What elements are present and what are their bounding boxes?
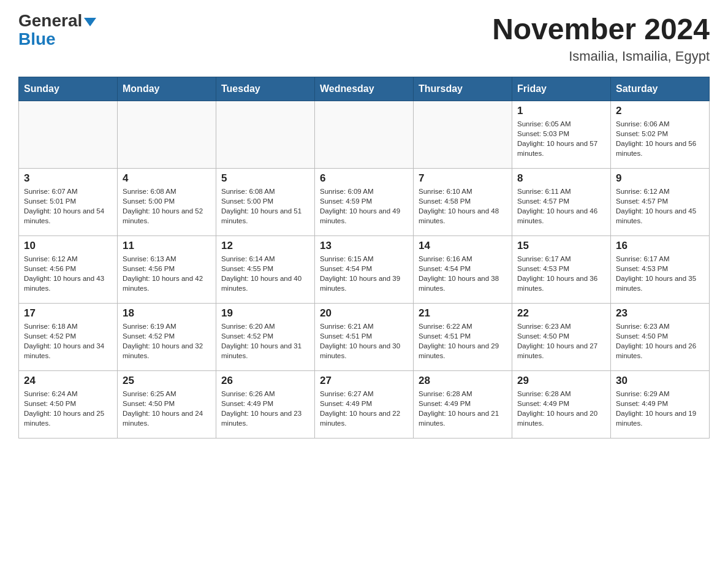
calendar-cell: [118, 101, 216, 169]
calendar-cell: 26Sunrise: 6:26 AMSunset: 4:49 PMDayligh…: [216, 371, 315, 439]
calendar-cell: 2Sunrise: 6:06 AMSunset: 5:02 PMDaylight…: [611, 101, 710, 169]
calendar-cell: 19Sunrise: 6:20 AMSunset: 4:52 PMDayligh…: [216, 304, 315, 371]
day-info: Sunrise: 6:16 AMSunset: 4:54 PMDaylight:…: [419, 254, 507, 293]
day-number: 13: [320, 240, 408, 252]
calendar-cell: 9Sunrise: 6:12 AMSunset: 4:57 PMDaylight…: [611, 169, 710, 236]
calendar-cell: 21Sunrise: 6:22 AMSunset: 4:51 PMDayligh…: [414, 304, 512, 371]
weekday-header-thursday: Thursday: [414, 77, 512, 101]
day-info: Sunrise: 6:14 AMSunset: 4:55 PMDaylight:…: [221, 254, 309, 293]
day-info: Sunrise: 6:23 AMSunset: 4:50 PMDaylight:…: [616, 321, 704, 361]
calendar-title: November 2024: [492, 12, 710, 46]
day-number: 7: [419, 172, 507, 185]
day-info: Sunrise: 6:25 AMSunset: 4:50 PMDaylight:…: [123, 389, 211, 428]
day-info: Sunrise: 6:20 AMSunset: 4:52 PMDaylight:…: [221, 321, 309, 361]
day-number: 5: [221, 172, 309, 185]
day-info: Sunrise: 6:05 AMSunset: 5:03 PMDaylight:…: [517, 119, 605, 158]
title-section: November 2024 Ismailia, Ismailia, Egypt: [492, 12, 710, 64]
day-number: 11: [123, 240, 211, 252]
day-number: 6: [320, 172, 408, 185]
weekday-header-saturday: Saturday: [611, 77, 710, 101]
calendar-cell: [216, 101, 315, 169]
day-info: Sunrise: 6:08 AMSunset: 5:00 PMDaylight:…: [221, 186, 309, 226]
calendar-cell: 24Sunrise: 6:24 AMSunset: 4:50 PMDayligh…: [19, 371, 118, 439]
calendar-cell: 1Sunrise: 6:05 AMSunset: 5:03 PMDaylight…: [512, 101, 611, 169]
day-number: 1: [517, 105, 605, 117]
day-number: 15: [517, 240, 605, 252]
day-info: Sunrise: 6:23 AMSunset: 4:50 PMDaylight:…: [517, 321, 605, 361]
calendar-body: 1Sunrise: 6:05 AMSunset: 5:03 PMDaylight…: [19, 101, 710, 439]
day-number: 9: [616, 172, 704, 185]
calendar-cell: 18Sunrise: 6:19 AMSunset: 4:52 PMDayligh…: [118, 304, 216, 371]
day-number: 26: [221, 375, 309, 387]
weekday-header-row: SundayMondayTuesdayWednesdayThursdayFrid…: [19, 77, 710, 101]
day-info: Sunrise: 6:24 AMSunset: 4:50 PMDaylight:…: [24, 389, 112, 428]
calendar-cell: 28Sunrise: 6:28 AMSunset: 4:49 PMDayligh…: [414, 371, 512, 439]
calendar-week-row: 24Sunrise: 6:24 AMSunset: 4:50 PMDayligh…: [19, 371, 710, 439]
day-number: 28: [419, 375, 507, 387]
day-number: 27: [320, 375, 408, 387]
logo: General Blue: [18, 12, 96, 49]
calendar-cell: 8Sunrise: 6:11 AMSunset: 4:57 PMDaylight…: [512, 169, 611, 236]
day-number: 19: [221, 307, 309, 320]
day-number: 12: [221, 240, 309, 252]
calendar-cell: 25Sunrise: 6:25 AMSunset: 4:50 PMDayligh…: [118, 371, 216, 439]
calendar-cell: 10Sunrise: 6:12 AMSunset: 4:56 PMDayligh…: [19, 236, 118, 304]
day-info: Sunrise: 6:12 AMSunset: 4:56 PMDaylight:…: [24, 254, 112, 293]
logo-triangle-icon: [84, 18, 96, 26]
day-info: Sunrise: 6:06 AMSunset: 5:02 PMDaylight:…: [616, 119, 704, 158]
day-info: Sunrise: 6:28 AMSunset: 4:49 PMDaylight:…: [517, 389, 605, 428]
calendar-cell: 17Sunrise: 6:18 AMSunset: 4:52 PMDayligh…: [19, 304, 118, 371]
day-info: Sunrise: 6:08 AMSunset: 5:00 PMDaylight:…: [123, 186, 211, 226]
day-info: Sunrise: 6:07 AMSunset: 5:01 PMDaylight:…: [24, 186, 112, 226]
day-number: 21: [419, 307, 507, 320]
day-number: 30: [616, 375, 704, 387]
day-info: Sunrise: 6:17 AMSunset: 4:53 PMDaylight:…: [616, 254, 704, 293]
calendar-cell: 20Sunrise: 6:21 AMSunset: 4:51 PMDayligh…: [315, 304, 414, 371]
calendar-cell: 14Sunrise: 6:16 AMSunset: 4:54 PMDayligh…: [414, 236, 512, 304]
day-number: 8: [517, 172, 605, 185]
calendar-cell: 22Sunrise: 6:23 AMSunset: 4:50 PMDayligh…: [512, 304, 611, 371]
calendar-cell: [315, 101, 414, 169]
calendar-subtitle: Ismailia, Ismailia, Egypt: [492, 48, 710, 64]
day-number: 2: [616, 105, 704, 117]
calendar-cell: 16Sunrise: 6:17 AMSunset: 4:53 PMDayligh…: [611, 236, 710, 304]
calendar-cell: 11Sunrise: 6:13 AMSunset: 4:56 PMDayligh…: [118, 236, 216, 304]
page-header: General Blue November 2024 Ismailia, Ism…: [18, 12, 710, 64]
day-info: Sunrise: 6:26 AMSunset: 4:49 PMDaylight:…: [221, 389, 309, 428]
calendar-cell: [19, 101, 118, 169]
day-info: Sunrise: 6:28 AMSunset: 4:49 PMDaylight:…: [419, 389, 507, 428]
day-info: Sunrise: 6:22 AMSunset: 4:51 PMDaylight:…: [419, 321, 507, 361]
calendar-cell: 4Sunrise: 6:08 AMSunset: 5:00 PMDaylight…: [118, 169, 216, 236]
calendar-cell: 6Sunrise: 6:09 AMSunset: 4:59 PMDaylight…: [315, 169, 414, 236]
calendar-week-row: 3Sunrise: 6:07 AMSunset: 5:01 PMDaylight…: [19, 169, 710, 236]
day-info: Sunrise: 6:15 AMSunset: 4:54 PMDaylight:…: [320, 254, 408, 293]
weekday-header-monday: Monday: [118, 77, 216, 101]
calendar-week-row: 10Sunrise: 6:12 AMSunset: 4:56 PMDayligh…: [19, 236, 710, 304]
calendar-cell: 15Sunrise: 6:17 AMSunset: 4:53 PMDayligh…: [512, 236, 611, 304]
calendar-cell: 3Sunrise: 6:07 AMSunset: 5:01 PMDaylight…: [19, 169, 118, 236]
calendar-cell: 23Sunrise: 6:23 AMSunset: 4:50 PMDayligh…: [611, 304, 710, 371]
day-number: 17: [24, 307, 112, 320]
day-info: Sunrise: 6:09 AMSunset: 4:59 PMDaylight:…: [320, 186, 408, 226]
day-info: Sunrise: 6:12 AMSunset: 4:57 PMDaylight:…: [616, 186, 704, 226]
day-info: Sunrise: 6:29 AMSunset: 4:49 PMDaylight:…: [616, 389, 704, 428]
day-number: 29: [517, 375, 605, 387]
day-info: Sunrise: 6:18 AMSunset: 4:52 PMDaylight:…: [24, 321, 112, 361]
day-info: Sunrise: 6:19 AMSunset: 4:52 PMDaylight:…: [123, 321, 211, 361]
calendar-cell: 12Sunrise: 6:14 AMSunset: 4:55 PMDayligh…: [216, 236, 315, 304]
day-info: Sunrise: 6:17 AMSunset: 4:53 PMDaylight:…: [517, 254, 605, 293]
day-number: 3: [24, 172, 112, 185]
day-number: 23: [616, 307, 704, 320]
day-number: 14: [419, 240, 507, 252]
calendar-cell: 30Sunrise: 6:29 AMSunset: 4:49 PMDayligh…: [611, 371, 710, 439]
calendar-header: SundayMondayTuesdayWednesdayThursdayFrid…: [19, 77, 710, 101]
day-number: 10: [24, 240, 112, 252]
weekday-header-friday: Friday: [512, 77, 611, 101]
calendar-week-row: 1Sunrise: 6:05 AMSunset: 5:03 PMDaylight…: [19, 101, 710, 169]
day-number: 16: [616, 240, 704, 252]
day-number: 18: [123, 307, 211, 320]
weekday-header-sunday: Sunday: [19, 77, 118, 101]
day-info: Sunrise: 6:11 AMSunset: 4:57 PMDaylight:…: [517, 186, 605, 226]
day-number: 22: [517, 307, 605, 320]
calendar-cell: 27Sunrise: 6:27 AMSunset: 4:49 PMDayligh…: [315, 371, 414, 439]
